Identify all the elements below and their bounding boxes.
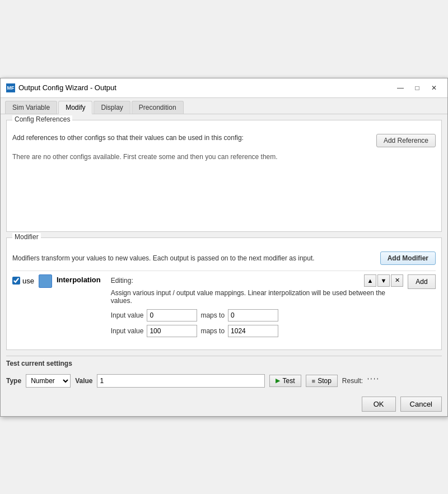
input-label-1: Input value — [111, 327, 144, 335]
config-references-section: Config References Add references to othe… — [6, 120, 442, 232]
config-refs-header: Add references to other configs so that … — [12, 134, 436, 147]
maximize-button[interactable]: □ — [409, 82, 425, 94]
main-content: Config References Add references to othe… — [1, 114, 447, 356]
main-window: MF Output Config Wizard - Output — □ ✕ S… — [0, 78, 448, 417]
stop-button[interactable]: ■ Stop — [306, 375, 338, 387]
test-section-label: Test current settings — [6, 360, 442, 367]
config-refs-content: Add references to other configs so that … — [12, 126, 436, 161]
ok-button[interactable]: OK — [362, 397, 396, 412]
maps-to-label-0: maps to — [200, 311, 225, 319]
mapping-row-1: Input value maps to — [111, 325, 403, 337]
config-refs-empty-message: There are no other configs available. Fi… — [12, 153, 436, 161]
type-label: Type — [6, 377, 21, 385]
title-bar: MF Output Config Wizard - Output — □ ✕ — [1, 78, 447, 98]
add-reference-button[interactable]: Add Reference — [376, 134, 436, 147]
input-value-1[interactable] — [147, 325, 197, 337]
title-bar-left: MF Output Config Wizard - Output — [6, 83, 116, 92]
delete-modifier-button[interactable]: ✕ — [391, 274, 403, 287]
move-up-button[interactable]: ▲ — [364, 274, 376, 287]
modifier-use-checkbox[interactable] — [12, 277, 20, 285]
modifier-section: Modifier Modifiers transform your values… — [6, 237, 442, 350]
editing-header: Editing: ▲ ▼ ✕ — [111, 274, 403, 287]
result-label: Result: — [342, 377, 363, 385]
value-label: Value — [75, 377, 92, 385]
modifier-content: Modifiers transform your values to new v… — [12, 244, 436, 344]
cancel-button[interactable]: Cancel — [400, 397, 442, 412]
window-title: Output Config Wizard - Output — [18, 83, 116, 92]
config-refs-description: Add references to other configs so that … — [12, 134, 371, 142]
title-bar-controls: — □ ✕ — [393, 82, 442, 94]
output-value-0[interactable] — [228, 309, 278, 321]
test-row: Type Number String Boolean Value ▶ Test … — [6, 370, 442, 392]
modifier-description: Modifiers transform your values to new v… — [12, 254, 375, 262]
input-label-0: Input value — [111, 311, 144, 319]
test-button[interactable]: ▶ Test — [269, 375, 301, 387]
modifier-use-group: use — [12, 274, 34, 285]
tab-modify[interactable]: Modify — [58, 101, 92, 114]
add-mapping-button[interactable]: Add — [408, 274, 436, 289]
modifier-name: Interpolation — [57, 274, 101, 284]
test-button-label: Test — [282, 377, 295, 385]
mapping-row-0: Input value maps to — [111, 309, 403, 321]
modifier-header: Modifiers transform your values to new v… — [12, 251, 436, 265]
value-input[interactable] — [97, 374, 265, 388]
modifier-item: use Interpolation Editing: ▲ ▼ ✕ — [12, 271, 436, 344]
app-icon: MF — [6, 83, 15, 92]
stop-button-label: Stop — [318, 377, 332, 385]
editing-controls: ▲ ▼ ✕ — [364, 274, 403, 287]
input-value-0[interactable] — [147, 309, 197, 321]
test-section-wrapper: Test current settings Type Number String… — [1, 356, 447, 392]
test-divider: Test current settings Type Number String… — [6, 356, 442, 392]
bottom-buttons: OK Cancel — [1, 392, 447, 416]
modifier-editing-area: Editing: ▲ ▼ ✕ Assign various input / ou… — [105, 274, 403, 341]
editing-label: Editing: — [111, 277, 133, 285]
maps-to-label-1: maps to — [200, 327, 225, 335]
stop-icon: ■ — [312, 378, 316, 384]
editing-description: Assign various input / output value mapp… — [111, 289, 403, 305]
close-button[interactable]: ✕ — [426, 82, 442, 94]
tab-precondition[interactable]: Precondition — [132, 101, 184, 114]
tab-display[interactable]: Display — [94, 101, 130, 114]
output-value-1[interactable] — [228, 325, 278, 337]
modifier-color-box[interactable] — [39, 274, 52, 288]
tab-sim-variable[interactable]: Sim Variable — [5, 101, 57, 114]
modifier-use-label: use — [22, 277, 34, 285]
play-icon: ▶ — [276, 377, 280, 384]
type-select[interactable]: Number String Boolean — [26, 374, 71, 388]
config-references-label: Config References — [12, 115, 72, 123]
add-modifier-button[interactable]: Add Modifier — [380, 251, 436, 265]
modifier-label: Modifier — [12, 233, 41, 241]
tab-bar: Sim Variable Modify Display Precondition — [1, 98, 447, 114]
move-down-button[interactable]: ▼ — [377, 274, 390, 287]
minimize-button[interactable]: — — [393, 82, 408, 94]
result-value: ' ' ' ' — [367, 377, 378, 385]
